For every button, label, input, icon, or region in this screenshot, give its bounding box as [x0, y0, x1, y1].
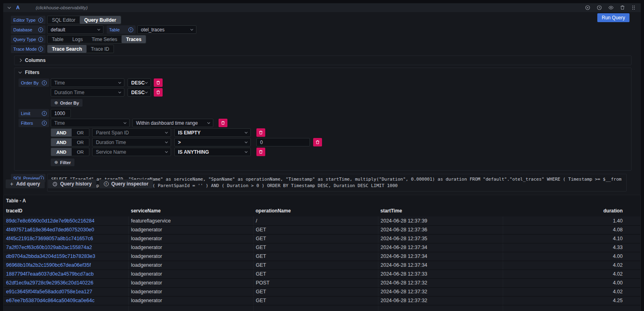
trace-link[interactable]: e91c3645f04fa5e58adcd0758e1ea127 — [6, 289, 92, 295]
trash-icon[interactable] — [219, 119, 227, 127]
info-icon[interactable] — [38, 18, 43, 23]
filter-operator-select[interactable]: IS ANYTHING — [174, 148, 251, 156]
trace-link[interactable]: 4f497571a618e364ed7ded60752030e0 — [6, 227, 94, 233]
info-icon[interactable] — [42, 121, 47, 126]
filter-field-select[interactable]: Time — [51, 119, 130, 127]
info-icon[interactable] — [42, 80, 47, 85]
column-header-duration[interactable]: duration — [503, 206, 640, 216]
option-sql-editor[interactable]: SQL Editor — [47, 16, 80, 24]
column-header-starttime[interactable]: startTime — [378, 206, 503, 216]
filter-field-select[interactable]: Service Name — [92, 148, 171, 156]
order-by-direction-select[interactable]: DESC — [128, 78, 151, 87]
column-header-operationname[interactable]: operationName — [253, 206, 378, 216]
option-table[interactable]: Table — [47, 35, 68, 43]
trace-link[interactable]: 7a2f07ecf63c60b1029ab2ac155874a2 — [6, 245, 92, 250]
collapse-chevron-icon[interactable] — [8, 5, 11, 8]
filters-section-header[interactable]: Filters — [14, 68, 631, 77]
column-header-traceid[interactable]: traceID — [4, 206, 128, 216]
trash-icon[interactable] — [313, 138, 322, 146]
table-cell-traceid: 7a2f07ecf63c60b1029ab2ac155874a2 — [4, 243, 128, 252]
eye-icon[interactable] — [608, 5, 614, 10]
query-type-label: Query Type — [11, 35, 45, 43]
drag-handle[interactable] — [631, 5, 636, 10]
table-panel: Table - A traceID serviceName operationN… — [3, 195, 641, 311]
info-icon[interactable] — [42, 111, 47, 116]
trace-link[interactable]: 4f45c21918c73698057a8b1c741657c6 — [6, 236, 93, 241]
trace-link[interactable]: 62df1ec9a29728c9e29536c20d140226 — [6, 280, 93, 286]
filter-field-select[interactable]: Duration Time — [92, 138, 171, 146]
chevron-down-icon — [145, 80, 148, 83]
columns-section-header[interactable]: Columns — [14, 56, 631, 65]
page: A (clickhouse-observability) — [0, 0, 644, 311]
trace-link[interactable]: 1887794f7eaa6037d0e2a4579bcd7acb — [6, 271, 94, 277]
table-cell-duration: 4.02 — [503, 270, 640, 278]
add-filter-button[interactable]: Filter — [51, 159, 74, 166]
record-icon[interactable] — [585, 5, 590, 10]
order-by-field-select[interactable]: Time — [51, 78, 124, 87]
chevron-down-icon — [190, 27, 193, 30]
option-or[interactable]: OR — [72, 148, 89, 156]
option-and[interactable]: AND — [51, 129, 72, 136]
trace-link[interactable]: 96968b10fa2b2c1590bc67dea06ef35f — [6, 262, 91, 268]
trace-mode-toggle: Trace Search Trace ID — [47, 45, 114, 53]
history-icon[interactable] — [597, 5, 602, 10]
trash-icon[interactable] — [256, 148, 265, 156]
option-query-builder[interactable]: Query Builder — [80, 16, 120, 24]
table-cell-traceid — [4, 305, 128, 311]
chevron-down-icon — [19, 70, 22, 73]
filter-operator-select[interactable]: > — [174, 138, 251, 146]
option-time-series[interactable]: Time Series — [87, 35, 122, 43]
option-trace-search[interactable]: Trace Search — [47, 45, 87, 53]
columns-section: Columns — [14, 56, 632, 65]
table-cell-servicename: loadgenerator — [128, 261, 253, 270]
database-table-row: Database default Table otel_traces — [11, 25, 632, 34]
table-select[interactable]: otel_traces — [137, 25, 196, 34]
filter-value-input[interactable] — [256, 138, 310, 146]
info-icon[interactable] — [38, 47, 43, 51]
run-query-button[interactable]: Run Query — [597, 13, 630, 22]
filter-operator-select[interactable]: IS EMPTY — [174, 128, 251, 137]
table-cell-traceid: 62df1ec9a29728c9e29536c20d140226 — [4, 278, 128, 287]
trace-mode-label: Trace Mode — [11, 45, 45, 53]
order-by-direction-select[interactable]: DESC — [128, 88, 151, 97]
trash-icon[interactable] — [154, 78, 163, 87]
option-or[interactable]: OR — [72, 129, 89, 136]
trace-table-body: 89dc7e8c6060c0d12de7e9b50c216284featuref… — [4, 216, 640, 311]
chevron-down-icon — [165, 130, 168, 133]
table-cell-traceid: e67ee7b53870d4c864ca50409ca0e64c — [4, 296, 128, 305]
option-and[interactable]: AND — [51, 148, 72, 156]
trace-mode-row: Trace Mode Trace Search Trace ID — [11, 45, 632, 53]
order-by-field-select[interactable]: Duration Time — [51, 88, 124, 97]
table-cell-traceid: e91c3645f04fa5e58adcd0758e1ea127 — [4, 287, 128, 296]
query-history-button[interactable]: Query history — [48, 179, 96, 188]
query-inspector-button[interactable]: Query inspector — [99, 179, 153, 188]
info-icon[interactable] — [38, 37, 43, 42]
option-logs[interactable]: Logs — [68, 35, 87, 43]
query-editor-body: Run Query Editor Type SQL Editor Query B… — [3, 12, 641, 196]
chevron-down-icon — [97, 27, 100, 30]
add-order-by-button[interactable]: Order By — [51, 99, 83, 107]
trash-icon[interactable] — [620, 5, 625, 10]
option-trace-id[interactable]: Trace ID — [87, 45, 114, 53]
trash-icon[interactable] — [256, 128, 265, 137]
filter-field-select[interactable]: Parent Span ID — [92, 128, 171, 137]
option-traces[interactable]: Traces — [122, 35, 146, 43]
trace-link[interactable]: 89dc7e8c6060c0d12de7e9b50c216284 — [6, 218, 95, 224]
trace-link[interactable]: db9704a2bbda34204d159c71b78283e3 — [6, 253, 95, 259]
database-select[interactable]: default — [47, 25, 103, 34]
info-icon[interactable] — [128, 27, 133, 32]
table-row: 4f45c21918c73698057a8b1c741657c6loadgene… — [4, 234, 640, 243]
add-query-button[interactable]: + Add query — [6, 179, 45, 188]
table-cell-operationname: GET — [253, 270, 378, 278]
trash-icon[interactable] — [154, 88, 163, 97]
option-and[interactable]: AND — [51, 138, 72, 146]
column-header-servicename[interactable]: serviceName — [128, 206, 253, 216]
info-icon[interactable] — [38, 27, 43, 32]
time-range-select[interactable]: Within dashboard time range — [132, 119, 213, 127]
limit-input[interactable] — [51, 109, 71, 117]
table-row: 1887794f7eaa6037d0e2a4579bcd7acbloadgene… — [4, 270, 640, 278]
table-cell-starttime: 2024-06-28 12:37:36 — [378, 225, 503, 234]
option-or[interactable]: OR — [72, 138, 89, 146]
query-row-header: A (clickhouse-observability) — [3, 3, 641, 12]
trace-link[interactable]: e67ee7b53870d4c864ca50409ca0e64c — [6, 298, 95, 303]
